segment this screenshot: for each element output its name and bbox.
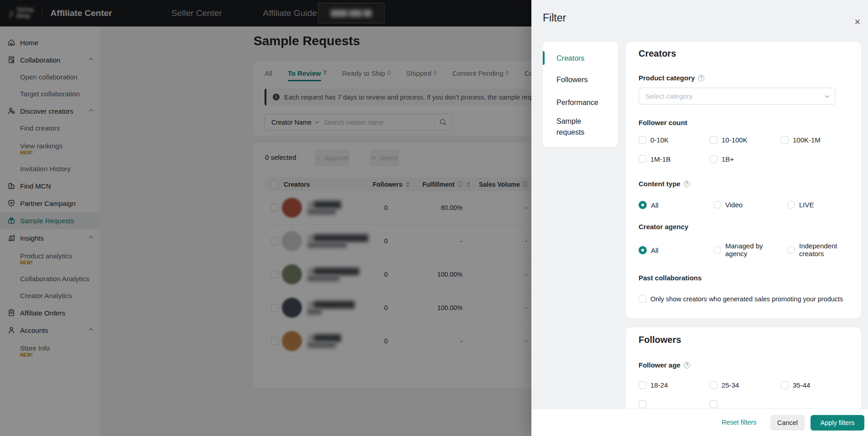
follower-count-label: Follower count — [639, 119, 687, 126]
filter-nav: Creators Followers Performance Sample re… — [543, 42, 618, 147]
radio-agency-all[interactable]: All — [639, 246, 659, 254]
reset-filters-button[interactable]: Reset filters — [722, 419, 757, 426]
checkbox-age-18-24[interactable]: 18-24 — [639, 381, 668, 389]
radio-content-video[interactable]: Video — [713, 201, 743, 209]
radio-content-all[interactable]: All — [639, 201, 659, 209]
radio-selected[interactable] — [639, 246, 647, 254]
option-label: 0-10K — [650, 136, 669, 144]
checkbox-1m-1b[interactable]: 1M-1B — [639, 155, 670, 163]
filter-nav-performance[interactable]: Performance — [556, 99, 598, 107]
radio-selected[interactable] — [639, 201, 647, 209]
checkbox-1b-plus[interactable]: 1B+ — [710, 155, 734, 163]
option-label: All — [651, 247, 659, 254]
checkbox[interactable] — [710, 400, 717, 408]
help-icon[interactable]: ? — [684, 181, 690, 187]
filter-drawer: Filter ✕ Creators Followers Performance … — [531, 0, 868, 436]
option-label: Independent creators — [799, 242, 850, 257]
checkbox[interactable] — [639, 400, 646, 408]
checkbox-age-partial[interactable] — [710, 400, 717, 408]
option-label: LIVE — [799, 201, 814, 209]
category-select[interactable]: Select category — [639, 88, 836, 105]
option-label: 100K-1M — [793, 136, 821, 144]
product-category-label: Product category ? — [639, 74, 704, 82]
past-collaborations-label: Past collaborations — [639, 274, 702, 282]
radio[interactable] — [713, 246, 721, 254]
checkbox-only-show-sales-creators[interactable]: Only show creators who generated sales p… — [639, 295, 843, 303]
chevron-down-icon — [825, 93, 830, 98]
option-label: All — [651, 201, 659, 209]
filter-nav-sample-requests[interactable]: Sample requests — [556, 116, 602, 138]
radio-managed-by-agency[interactable]: Managed by agency — [713, 242, 776, 257]
option-label: Only show creators who generated sales p… — [650, 295, 843, 303]
checkbox[interactable] — [781, 136, 789, 144]
checkbox[interactable] — [639, 295, 646, 303]
section-heading: Followers — [639, 335, 681, 345]
active-indicator — [543, 51, 545, 65]
help-icon[interactable]: ? — [698, 75, 704, 81]
radio[interactable] — [787, 246, 795, 254]
checkbox-0-10k[interactable]: 0-10K — [639, 136, 669, 144]
filter-nav-followers[interactable]: Followers — [556, 76, 587, 84]
radio[interactable] — [713, 201, 721, 209]
close-icon[interactable]: ✕ — [854, 17, 861, 27]
filter-nav-creators[interactable]: Creators — [556, 54, 584, 63]
radio-independent-creators[interactable]: Independent creators — [787, 242, 850, 257]
filter-footer: Reset filters Cancel Apply filters — [531, 409, 868, 436]
filter-section-creators: Creators Product category ? Select categ… — [626, 42, 861, 318]
option-label: 25-34 — [722, 381, 739, 389]
option-label: 1B+ — [722, 155, 734, 163]
option-label: 35-44 — [793, 381, 810, 389]
option-label: 10-100K — [722, 136, 748, 144]
checkbox-age-partial[interactable] — [639, 400, 646, 408]
checkbox-100k-1m[interactable]: 100K-1M — [781, 136, 821, 144]
cancel-button[interactable]: Cancel — [770, 415, 805, 431]
radio-content-live[interactable]: LIVE — [787, 201, 814, 209]
checkbox[interactable] — [639, 155, 646, 163]
checkbox[interactable] — [710, 136, 717, 144]
help-icon[interactable]: ? — [684, 362, 690, 368]
section-heading: Creators — [639, 48, 676, 59]
checkbox[interactable] — [639, 136, 646, 144]
checkbox[interactable] — [639, 381, 646, 389]
checkbox[interactable] — [781, 381, 789, 389]
filter-title: Filter — [543, 12, 566, 24]
option-label: Managed by agency — [725, 242, 776, 257]
apply-filters-button[interactable]: Apply filters — [811, 415, 864, 431]
checkbox[interactable] — [710, 381, 717, 389]
option-label: 18-24 — [650, 381, 668, 389]
option-label: 1M-1B — [650, 155, 670, 163]
content-type-label: Content type ? — [639, 180, 690, 188]
option-label: Video — [725, 201, 743, 209]
checkbox[interactable] — [710, 155, 717, 163]
follower-age-label: Follower age ? — [639, 361, 690, 369]
radio[interactable] — [787, 201, 795, 209]
creator-agency-label: Creator agency — [639, 223, 688, 231]
select-placeholder: Select category — [645, 92, 692, 100]
checkbox-10-100k[interactable]: 10-100K — [710, 136, 748, 144]
checkbox-age-25-34[interactable]: 25-34 — [710, 381, 739, 389]
checkbox-age-35-44[interactable]: 35-44 — [781, 381, 810, 389]
